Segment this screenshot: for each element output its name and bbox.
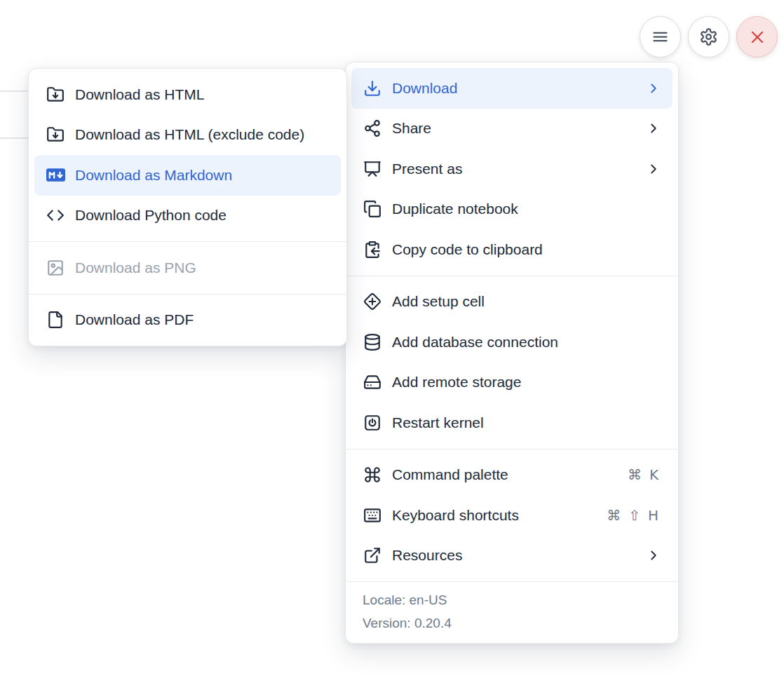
menu-section: DownloadSharePresent asDuplicate noteboo…	[346, 62, 678, 276]
locale-text: Locale: en-US	[363, 588, 661, 611]
menu-item-share[interactable]: Share	[346, 109, 678, 149]
diamond-plus-icon	[363, 292, 382, 311]
chevron-right-icon	[646, 81, 661, 96]
download-icon	[363, 79, 382, 98]
menu-item-label: Add remote storage	[392, 374, 658, 391]
menu-sections: DownloadSharePresent asDuplicate noteboo…	[346, 62, 678, 581]
menu-item-keyboard-shortcuts[interactable]: Keyboard shortcuts⌘⇧H	[346, 495, 678, 536]
hamburger-icon	[651, 27, 670, 46]
menu-item-resources[interactable]: Resources	[346, 536, 678, 576]
download-submenu: Download as HTMLDownload as HTML (exclud…	[28, 68, 347, 346]
menu-item-label: Duplicate notebook	[392, 201, 658, 217]
notebook-actions-button[interactable]	[640, 16, 681, 58]
menu-item-label: Download as HTML (exclude code)	[75, 126, 327, 143]
menu-item-label: Download as Markdown	[75, 167, 327, 184]
keyboard-icon	[363, 506, 382, 525]
square-power-icon	[363, 413, 382, 433]
menu-item-download[interactable]: Download	[351, 68, 673, 109]
folder-down-icon	[46, 125, 65, 144]
shortcut-key: ⇧	[628, 507, 640, 524]
folder-down-icon	[46, 85, 65, 104]
menu-item-download-as-png: Download as PNG	[29, 248, 346, 288]
shortcut-key: K	[649, 466, 658, 483]
menu-section: Download as PDF	[29, 295, 346, 346]
menu-item-add-setup-cell[interactable]: Add setup cell	[346, 282, 678, 323]
menu-item-add-remote-storage[interactable]: Add remote storage	[346, 363, 678, 403]
menu-sections: Download as HTMLDownload as HTML (exclud…	[29, 69, 346, 346]
external-link-icon	[363, 546, 382, 565]
menu-footer: Locale: en-US Version: 0.20.4	[346, 582, 678, 643]
menu-section: Add setup cellAdd database connectionAdd…	[346, 276, 678, 449]
chevron-right-icon	[646, 548, 661, 563]
shutdown-button[interactable]	[736, 16, 778, 58]
menu-item-download-as-markdown[interactable]: Download as Markdown	[34, 155, 341, 196]
settings-button[interactable]	[688, 16, 729, 58]
image-icon	[46, 258, 65, 278]
menu-section: Download as PNG	[29, 242, 346, 294]
menu-item-restart-kernel[interactable]: Restart kernel	[346, 402, 678, 443]
menu-item-label: Resources	[392, 547, 636, 564]
menu-item-duplicate-notebook[interactable]: Duplicate notebook	[346, 189, 678, 230]
menu-item-present-as[interactable]: Present as	[346, 149, 678, 189]
background-rule	[0, 90, 29, 92]
menu-item-download-as-html-exclude-code[interactable]: Download as HTML (exclude code)	[29, 115, 346, 156]
shortcut-hint: ⌘⇧H	[607, 507, 658, 524]
menu-item-download-as-html[interactable]: Download as HTML	[29, 74, 346, 115]
background-rule	[0, 137, 29, 139]
menu-item-label: Download Python code	[75, 207, 327, 224]
notebook-actions-menu: DownloadSharePresent asDuplicate noteboo…	[345, 62, 679, 644]
clipboard-copy-icon	[363, 240, 382, 259]
menu-item-label: Download as PDF	[75, 311, 327, 328]
menu-item-label: Share	[392, 120, 636, 137]
chevron-right-icon	[646, 121, 661, 136]
menu-section: Download as HTMLDownload as HTML (exclud…	[29, 69, 346, 241]
menu-item-label: Command palette	[392, 466, 618, 483]
chevron-right-icon	[646, 161, 661, 177]
database-icon	[363, 332, 382, 352]
menu-item-label: Download as PNG	[75, 259, 327, 276]
shortcut-key: H	[648, 507, 658, 524]
gear-icon	[699, 27, 718, 46]
menu-item-label: Restart kernel	[392, 414, 658, 431]
menu-item-label: Add setup cell	[392, 293, 658, 310]
presentation-icon	[363, 159, 382, 179]
share-icon	[363, 119, 382, 138]
menu-item-copy-code-to-clipboard[interactable]: Copy code to clipboard	[346, 229, 678, 270]
code-icon	[46, 205, 65, 225]
menu-item-command-palette[interactable]: Command palette⌘K	[346, 455, 678, 496]
duplicate-icon	[363, 199, 382, 219]
markdown-icon	[46, 165, 65, 185]
shortcut-key: ⌘	[628, 466, 642, 483]
hard-drive-icon	[363, 372, 382, 392]
shortcut-key: ⌘	[607, 507, 621, 524]
menu-item-label: Present as	[392, 161, 636, 177]
menu-item-label: Keyboard shortcuts	[392, 507, 597, 524]
menu-section: Command palette⌘KKeyboard shortcuts⌘⇧HRe…	[346, 449, 678, 582]
top-toolbar	[640, 16, 778, 58]
file-icon	[46, 310, 65, 330]
menu-item-label: Copy code to clipboard	[392, 241, 658, 258]
menu-item-download-python-code[interactable]: Download Python code	[29, 196, 346, 236]
version-text: Version: 0.20.4	[363, 611, 661, 635]
command-icon	[363, 465, 382, 485]
menu-item-label: Download	[392, 80, 636, 97]
shortcut-hint: ⌘K	[628, 466, 658, 483]
close-icon	[748, 27, 767, 47]
menu-item-label: Download as HTML	[75, 86, 327, 103]
menu-item-download-as-pdf[interactable]: Download as PDF	[29, 300, 346, 341]
menu-item-label: Add database connection	[392, 334, 658, 351]
menu-item-add-database-connection[interactable]: Add database connection	[346, 322, 678, 363]
